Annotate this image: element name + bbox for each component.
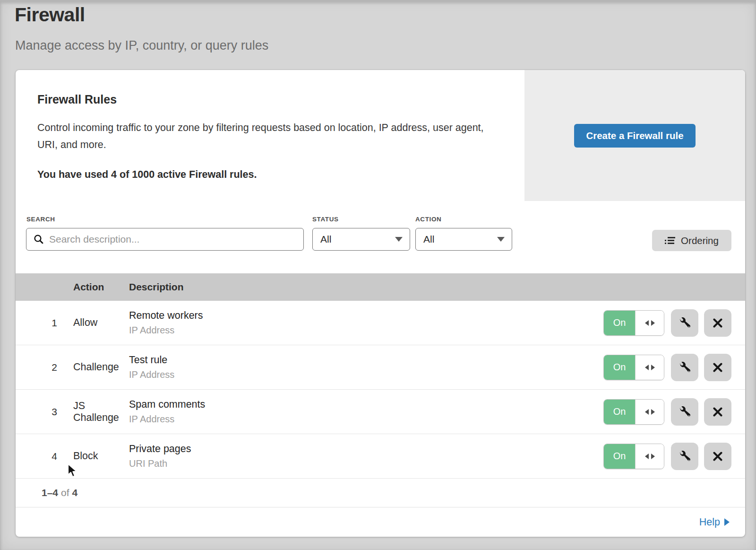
delete-rule-button[interactable] xyxy=(704,309,731,337)
rule-description: Remote workers xyxy=(129,310,603,322)
rule-description: Spam comments xyxy=(129,399,603,410)
rules-table: Action Description 1 Allow Remote worker… xyxy=(16,273,745,537)
arrow-right-icon xyxy=(651,320,655,326)
rule-priority: 3 xyxy=(42,406,67,418)
edit-rule-button[interactable] xyxy=(671,309,698,337)
arrow-right-icon xyxy=(651,365,655,370)
rule-match-type: URI Path xyxy=(129,458,603,469)
action-select[interactable]: All xyxy=(415,228,512,251)
table-row: 1 Allow Remote workers IP Address On xyxy=(16,301,745,345)
search-label: SEARCH xyxy=(26,216,55,223)
action-label: ACTION xyxy=(415,216,441,223)
rule-controls: On xyxy=(603,309,731,337)
rule-action: Block xyxy=(67,450,129,462)
pagination: 1–4 of 4 xyxy=(16,479,745,507)
toggle-on-label: On xyxy=(604,355,635,380)
page-subtitle: Manage access by IP, country, or query r… xyxy=(15,38,268,53)
table-row: 4 Block Private pages URI Path On xyxy=(16,434,745,479)
arrow-left-icon xyxy=(645,454,649,459)
close-icon xyxy=(713,451,723,462)
rule-match-type: IP Address xyxy=(129,369,603,380)
status-select-value: All xyxy=(320,234,331,245)
page-title: Firewall xyxy=(15,4,85,26)
intro-description: Control incoming traffic to your zone by… xyxy=(37,119,484,153)
intro-section: Firewall Rules Control incoming traffic … xyxy=(16,70,745,201)
table-row: 3 JS Challenge Spam comments IP Address … xyxy=(16,390,745,434)
pagination-of: of xyxy=(61,487,69,498)
toggle-handle[interactable] xyxy=(635,355,664,380)
wrench-icon xyxy=(679,317,690,328)
rule-action: Challenge xyxy=(67,361,129,373)
rule-enabled-toggle[interactable]: On xyxy=(603,399,664,425)
edit-rule-button[interactable] xyxy=(671,398,698,426)
firewall-rules-card: Firewall Rules Control incoming traffic … xyxy=(16,70,745,537)
rule-match-type: IP Address xyxy=(129,414,603,425)
rule-priority: 4 xyxy=(42,451,67,462)
edit-rule-button[interactable] xyxy=(671,354,698,381)
arrow-right-icon xyxy=(651,409,655,415)
firewall-page: Firewall Manage access by IP, country, o… xyxy=(0,0,756,550)
delete-rule-button[interactable] xyxy=(704,354,731,381)
search-box xyxy=(26,228,304,251)
rule-enabled-toggle[interactable]: On xyxy=(603,444,664,469)
rule-enabled-toggle[interactable]: On xyxy=(603,310,664,336)
create-firewall-rule-button[interactable]: Create a Firewall rule xyxy=(574,124,695,148)
wrench-icon xyxy=(679,406,690,417)
chevron-down-icon xyxy=(497,237,505,242)
rule-match-type: IP Address xyxy=(129,325,603,336)
toggle-on-label: On xyxy=(604,400,635,424)
wrench-icon xyxy=(679,362,690,373)
rule-controls: On xyxy=(603,398,731,426)
ordering-list-icon xyxy=(665,237,675,244)
pagination-range: 1–4 xyxy=(42,487,58,498)
column-header-description: Description xyxy=(129,281,603,293)
table-header: Action Description xyxy=(16,273,745,301)
delete-rule-button[interactable] xyxy=(704,443,731,470)
arrow-right-icon xyxy=(724,518,730,526)
wrench-icon xyxy=(679,451,690,462)
edit-rule-button[interactable] xyxy=(671,443,698,470)
rule-action: Allow xyxy=(67,317,129,329)
arrow-right-icon xyxy=(651,454,655,459)
arrow-left-icon xyxy=(645,409,649,415)
rule-enabled-toggle[interactable]: On xyxy=(603,355,664,380)
toggle-on-label: On xyxy=(604,311,635,335)
help-row: Help xyxy=(16,507,745,537)
close-icon xyxy=(713,318,723,328)
table-row: 2 Challenge Test rule IP Address On xyxy=(16,345,745,390)
delete-rule-button[interactable] xyxy=(704,398,731,426)
arrow-left-icon xyxy=(645,320,649,326)
status-label: STATUS xyxy=(312,216,339,223)
create-rule-panel: Create a Firewall rule xyxy=(524,70,745,201)
rule-description-cell: Spam comments IP Address xyxy=(129,399,603,425)
close-icon xyxy=(713,362,723,373)
action-select-value: All xyxy=(423,234,434,245)
help-link[interactable]: Help xyxy=(699,516,730,528)
ordering-button-label: Ordering xyxy=(681,235,719,246)
rule-description-cell: Private pages URI Path xyxy=(129,443,603,469)
toggle-handle[interactable] xyxy=(635,400,664,424)
pagination-total: 4 xyxy=(72,487,78,498)
toggle-handle[interactable] xyxy=(635,444,664,469)
chevron-down-icon xyxy=(395,237,403,242)
rule-controls: On xyxy=(603,354,731,381)
help-link-label: Help xyxy=(699,516,720,528)
rule-priority: 2 xyxy=(42,362,67,373)
search-icon xyxy=(34,234,44,244)
arrow-left-icon xyxy=(645,365,649,370)
status-select[interactable]: All xyxy=(312,228,410,251)
toggle-handle[interactable] xyxy=(635,311,664,335)
close-icon xyxy=(713,407,723,417)
rule-description: Test rule xyxy=(129,354,603,366)
column-header-action: Action xyxy=(67,281,129,293)
rule-priority: 1 xyxy=(42,317,67,329)
ordering-button[interactable]: Ordering xyxy=(652,230,731,251)
rule-description-cell: Test rule IP Address xyxy=(129,354,603,380)
toggle-on-label: On xyxy=(604,444,635,469)
search-input[interactable] xyxy=(44,234,303,245)
rule-description-cell: Remote workers IP Address xyxy=(129,310,603,336)
rule-description: Private pages xyxy=(129,443,603,455)
rule-controls: On xyxy=(603,443,731,470)
rule-action: JS Challenge xyxy=(67,400,129,424)
